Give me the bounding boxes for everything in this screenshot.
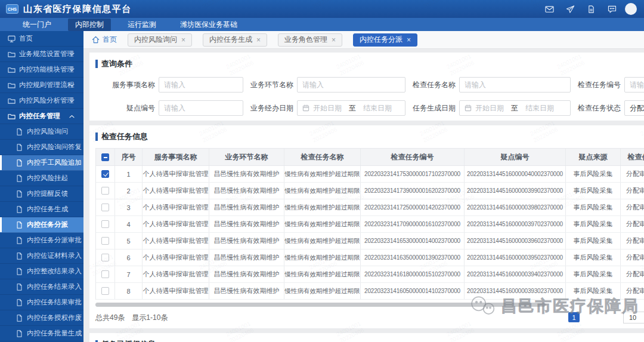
row-checkbox-cell <box>96 183 115 199</box>
cell-疑点来源: 事后风险采集 <box>566 233 621 249</box>
home-label: 首页 <box>103 35 117 45</box>
sidebar-item-内控提醒反馈[interactable]: 内控提醒反馈 <box>0 186 83 202</box>
close-icon[interactable]: × <box>332 36 336 44</box>
tab-内控任务生成[interactable]: 内控任务生成× <box>203 33 267 47</box>
select-all-checkbox[interactable] <box>101 153 109 161</box>
input-疑点编号[interactable]: 请输入 <box>159 100 243 116</box>
sidebar-item-内控任务结果审批[interactable]: 内控任务结果审批 <box>0 295 83 310</box>
cell-疑点编号: 202203131445160000039502370000 <box>465 249 566 266</box>
row-checkbox-cell <box>96 199 115 215</box>
main-area: 首页 内控风险询问×内控任务生成×业务角色管理×内控任务分派× 查询条件 服务事… <box>83 31 644 342</box>
tab-label: 内控任务分派 <box>360 35 402 45</box>
nav-item-内部控制[interactable]: 内部控制 <box>68 19 111 31</box>
cell-业务环节名称: 昌邑慢性病有效期维护 <box>209 233 284 249</box>
doc-icon <box>16 190 23 198</box>
sidebar-item-label: 内控任务分派审批 <box>27 236 82 245</box>
sidebar-item-内控风险挂起[interactable]: 内控风险挂起 <box>0 171 83 186</box>
sidebar-item-内控整改结果录入[interactable]: 内控整改结果录入 <box>0 264 83 279</box>
row-checkbox[interactable] <box>101 170 109 178</box>
sidebar-item-内控任务分派[interactable]: 内控任务分派 <box>0 217 83 233</box>
sidebar-item-内控风险分析管理[interactable]: 内控风险分析管理 <box>0 93 83 109</box>
authorized-panel: 任务已授权信息 <box>89 333 644 342</box>
table-row[interactable]: 6个人待遇申报审批管理昌邑慢性病有效期维护慢性病有效期维护超过期限2022032… <box>96 249 644 266</box>
row-checkbox[interactable] <box>101 220 109 228</box>
chevron-down-icon <box>69 84 75 87</box>
cell-检查任务状态: 分配审批不通过 <box>621 249 644 266</box>
row-checkbox[interactable] <box>101 254 109 261</box>
row-checkbox[interactable] <box>101 237 109 245</box>
table-row[interactable]: 8个人待遇申报审批管理昌邑慢性病有效期维护慢性病有效期维护超过期限2022032… <box>96 283 644 300</box>
table-row[interactable]: 5个人待遇申报审批管理昌邑慢性病有效期维护慢性病有效期维护超过期限2022032… <box>96 233 644 249</box>
input-检查任务名称[interactable]: 请输入 <box>459 77 571 93</box>
cell-疑点编号: 202203131445160000039602370000 <box>465 233 566 249</box>
nav-item-运行监测[interactable]: 运行监测 <box>120 19 163 31</box>
doc-icon <box>16 315 23 322</box>
table-row[interactable]: 4个人待遇申报审批管理昌邑慢性病有效期维护慢性病有效期维护超过期限2022032… <box>96 216 644 233</box>
sidebar-item-内控功能模块管理[interactable]: 内控功能模块管理 <box>0 62 83 78</box>
tab-内控任务分派[interactable]: 内控任务分派× <box>353 33 417 47</box>
topbar-icons <box>545 5 617 13</box>
input-业务环节名称[interactable]: 请输入 <box>297 77 405 93</box>
tab-内控风险询问[interactable]: 内控风险询问× <box>128 33 192 47</box>
cell-检查任务状态: 分配审批不通过 <box>621 233 644 249</box>
select-检查任务状态[interactable]: 分配审批不通过 <box>624 100 644 116</box>
sidebar-item-label: 内控功能模块管理 <box>19 65 74 74</box>
close-icon[interactable]: × <box>256 36 261 44</box>
close-icon[interactable]: × <box>181 36 185 44</box>
sidebar-item-label: 内控风险挂起 <box>27 174 68 183</box>
file-icon[interactable] <box>587 5 596 13</box>
column-header-检查任务状态: 检查任务状态 <box>621 149 644 165</box>
cell-检查任务编号: 202203231417530000017102370000 <box>361 166 465 182</box>
row-checkbox-cell <box>96 249 115 266</box>
nav-item-统一门户[interactable]: 统一门户 <box>16 19 58 31</box>
sidebar-item-内控佐证材料录入[interactable]: 内控佐证材料录入 <box>0 248 83 264</box>
row-checkbox[interactable] <box>101 270 109 278</box>
tab-业务角色管理[interactable]: 业务角色管理× <box>278 33 342 47</box>
avatar[interactable] <box>625 3 637 15</box>
page-size-select[interactable]: 10 <box>623 312 644 323</box>
sidebar-item-内控任务生成[interactable]: 内控任务生成 <box>0 202 83 217</box>
row-checkbox[interactable] <box>101 287 109 295</box>
mail-icon[interactable] <box>545 5 554 13</box>
sidebar-item-内控规则管理流程[interactable]: 内控规则管理流程 <box>0 78 83 93</box>
sidebar-item-内控手工风险追加[interactable]: 内控手工风险追加 <box>0 155 83 171</box>
breadcrumb-home[interactable]: 首页 <box>92 35 117 45</box>
input-服务事项名称[interactable]: 请输入 <box>159 77 243 93</box>
cell-业务环节名称: 昌邑慢性病有效期维护 <box>209 283 284 299</box>
doc-icon <box>16 330 23 337</box>
sidebar-item-label: 内控佐证材料录入 <box>27 251 82 260</box>
nav-item-潍坊医保业务基础[interactable]: 潍坊医保业务基础 <box>173 19 244 31</box>
table-row[interactable]: 3个人待遇申报审批管理昌邑慢性病有效期维护慢性病有效期维护超过期限2022032… <box>96 199 644 216</box>
table-row[interactable]: 2个人待遇申报审批管理昌邑慢性病有效期维护慢性病有效期维护超过期限2022032… <box>96 183 644 199</box>
header-checkbox-cell <box>96 149 115 165</box>
sidebar-item-内控风险询问[interactable]: 内控风险询问 <box>0 124 83 140</box>
row-checkbox[interactable] <box>101 204 109 211</box>
sidebar-item-内控任务批量生成[interactable]: 内控任务批量生成 <box>0 326 83 341</box>
chat-icon[interactable] <box>608 5 617 13</box>
sidebar-item-内控风险询问答复[interactable]: 内控风险询问答复 <box>0 140 83 155</box>
close-icon[interactable]: × <box>407 36 411 44</box>
send-icon[interactable] <box>566 5 575 13</box>
sidebar-item-内控任务分派审批[interactable]: 内控任务分派审批 <box>0 233 83 248</box>
date-end-placeholder: 结束日期 <box>363 103 392 113</box>
daterange-任务生成日期[interactable]: 开始日期至结束日期 <box>459 100 571 116</box>
sidebar-item-内控任务结果录入[interactable]: 内控任务结果录入 <box>0 279 83 295</box>
sidebar-item-业务规范设置管理[interactable]: 业务规范设置管理 <box>0 47 83 62</box>
row-checkbox[interactable] <box>101 187 109 195</box>
cell-疑点编号: 202203131445160000039802370000 <box>465 199 566 215</box>
sidebar-item-首页[interactable]: 首页 <box>0 31 83 47</box>
daterange-业务经办日期[interactable]: 开始日期至结束日期 <box>297 100 405 116</box>
cell-序号: 8 <box>115 283 143 299</box>
sidebar-item-内控任务管理[interactable]: 内控任务管理 <box>0 109 83 124</box>
table-row[interactable]: 7个人待遇申报审批管理昌邑慢性病有效期维护慢性病有效期维护超过期限2022032… <box>96 266 644 283</box>
page-1-button[interactable]: 1 <box>568 312 580 322</box>
input-检查任务编号[interactable]: 请输入 <box>624 77 644 93</box>
sidebar-item-label: 内控规则管理流程 <box>19 81 74 90</box>
cell-业务环节名称: 昌邑慢性病有效期维护 <box>209 183 284 199</box>
table-row[interactable]: 1个人待遇申报审批管理昌邑慢性病有效期维护慢性病有效期维护超过期限2022032… <box>96 166 644 183</box>
cell-服务事项名称: 个人待遇申报审批管理 <box>143 183 209 199</box>
sidebar-item-内控任务授权作废[interactable]: 内控任务授权作废 <box>0 310 83 326</box>
query-field-检查任务编号: 检查任务编号请输入 <box>571 77 644 93</box>
horizontal-scrollbar[interactable] <box>95 303 546 307</box>
content: 查询条件 服务事项名称请输入业务环节名称请输入检查任务名称请输入检查任务编号请输… <box>83 49 644 342</box>
